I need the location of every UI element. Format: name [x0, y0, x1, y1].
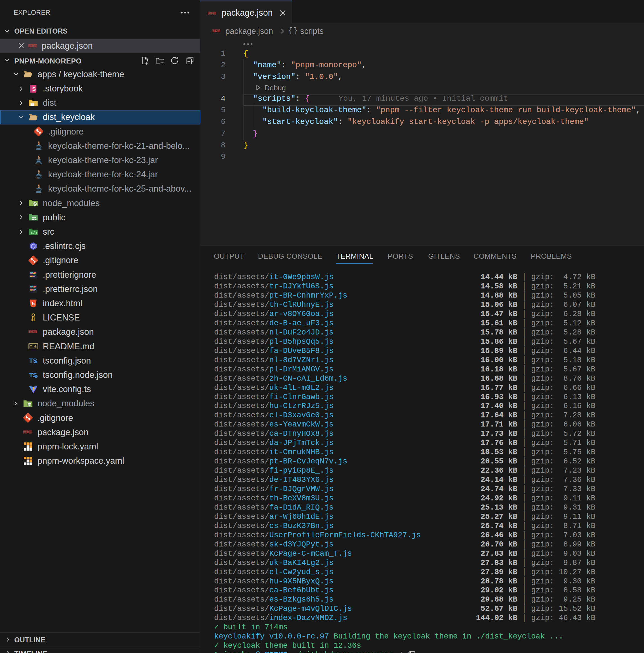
svg-text:JS: JS [33, 202, 37, 205]
svg-text:S: S [32, 86, 36, 92]
svg-text:</>: </> [30, 231, 38, 236]
svg-text:5: 5 [32, 300, 35, 306]
svg-text:JS: JS [28, 403, 31, 406]
